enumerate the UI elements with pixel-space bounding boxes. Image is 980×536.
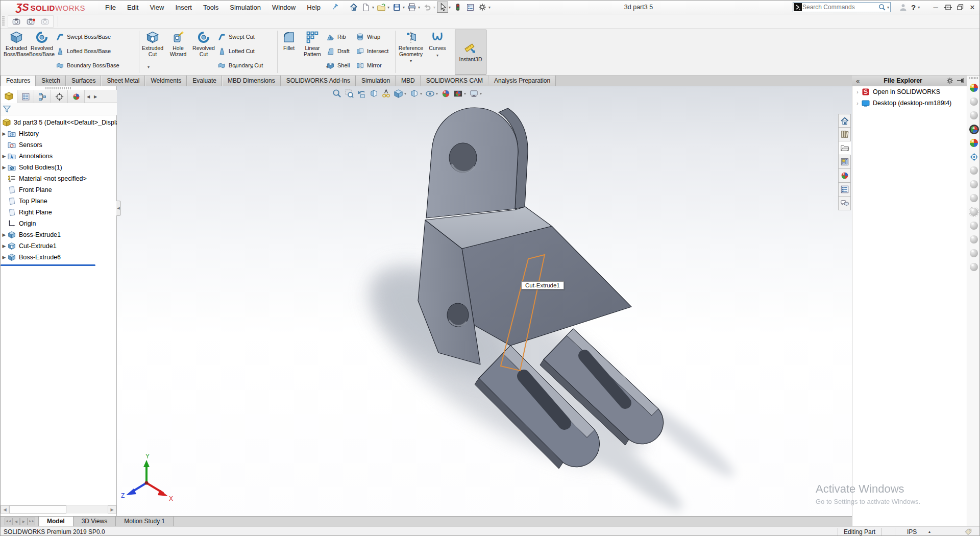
toolbar-grip[interactable] (969, 77, 978, 79)
tree-item-sensors[interactable]: Sensors (1, 139, 117, 151)
tab-scroll-prev-icon[interactable]: ◀ (12, 518, 20, 525)
edit-appearance-icon[interactable] (969, 83, 979, 93)
schedule-render-icon[interactable] (969, 248, 979, 258)
camera-target-icon[interactable] (969, 152, 979, 162)
mirror-column-dropdown-icon[interactable]: ▾ (326, 65, 328, 69)
undo-dropdown-icon[interactable]: ▾ (433, 5, 435, 10)
tab-scroll-left-icon[interactable]: ◀ (85, 90, 92, 103)
revolved-boss-base-button[interactable]: Revolved Boss/Base (29, 30, 55, 74)
open-button[interactable] (376, 2, 387, 13)
annotation-visibility-icon[interactable] (380, 87, 392, 100)
extruded-cut-button[interactable]: Extruded Cut (140, 30, 165, 74)
stretch-button[interactable] (942, 2, 954, 13)
pin-menu-icon[interactable] (329, 2, 340, 13)
tab-features[interactable]: Features (1, 76, 36, 86)
tree-item-boss-extrude6[interactable]: ▶ Boss-Extrude6 (1, 252, 117, 263)
fe-item-desktop[interactable]: › Desktop (desktop-nm189t4) (852, 98, 967, 109)
tab-dimxpertmanager[interactable] (51, 90, 68, 103)
options-button[interactable] (464, 2, 476, 13)
menu-tools[interactable]: Tools (198, 2, 224, 13)
tree-item-boss-extrude1[interactable]: ▶ Boss-Extrude1 (1, 229, 117, 240)
curves-dropdown-icon[interactable]: ▾ (436, 53, 438, 59)
tab-solidworks-cam[interactable]: SOLIDWORKS CAM (421, 76, 488, 86)
tree-item-front-plane[interactable]: Front Plane (1, 184, 117, 196)
undo-button[interactable] (422, 2, 433, 13)
edit-decal-icon[interactable] (969, 138, 979, 148)
boundary-cut-button[interactable]: Boundary Cut (216, 58, 263, 72)
render-region-icon[interactable] (969, 207, 979, 217)
tab-simulation[interactable]: Simulation (356, 76, 396, 86)
expander-icon[interactable]: › (854, 89, 861, 95)
tab-sketch[interactable]: Sketch (36, 76, 66, 86)
restore-button[interactable] (954, 2, 966, 13)
fe-item-open-in-solidworks[interactable]: › Open in SOLIDWORKS (852, 86, 967, 98)
units-selector[interactable]: IPS (907, 528, 917, 535)
tab-evaluate[interactable]: Evaluate (187, 76, 222, 86)
render-options-icon[interactable] (969, 234, 979, 245)
print-dropdown-icon[interactable]: ▾ (418, 5, 420, 10)
tab-configurationmanager[interactable] (34, 90, 51, 103)
draft-button[interactable]: Draft (325, 44, 355, 58)
tree-item-origin[interactable]: Origin (1, 218, 117, 229)
close-button[interactable]: ✕ (966, 2, 978, 13)
units-dropdown-icon[interactable]: ▴ (928, 529, 930, 534)
linear-pattern-button[interactable]: Linear Pattern (300, 30, 325, 74)
wrap-button[interactable]: Wrap (355, 30, 394, 44)
section-view-icon[interactable] (368, 87, 380, 100)
render-sphere-icon[interactable] (969, 193, 979, 203)
tree-item-history[interactable]: ▶ History (1, 128, 117, 139)
tree-item-material[interactable]: Material <not specified> (1, 173, 117, 184)
search-commands-input[interactable] (802, 4, 877, 11)
home-button[interactable] (348, 2, 359, 13)
help-button[interactable]: ? (909, 3, 918, 12)
tab-solidworks-add-ins[interactable]: SOLIDWORKS Add-Ins (281, 76, 356, 86)
menu-window[interactable]: Window (266, 2, 301, 13)
graphics-area[interactable]: Y Z X ▾ ▾ ▾ ▾ ▾ Cut-Extrude1 (117, 86, 852, 516)
menu-insert[interactable]: Insert (169, 2, 198, 13)
copy-appearance-icon[interactable] (969, 96, 979, 107)
open-dropdown-icon[interactable]: ▾ (387, 5, 389, 10)
tree-root[interactable]: 3d part3 5 (Default<<Default>_Displa (1, 117, 117, 128)
render-quality-icon[interactable] (969, 221, 979, 231)
solidworks-forum-icon[interactable] (838, 197, 851, 210)
settings-gear-button[interactable] (477, 2, 488, 13)
tag-icon[interactable] (964, 528, 972, 536)
lofted-boss-base-button[interactable]: Lofted Boss/Base (55, 44, 119, 58)
help-dropdown-icon[interactable]: ▾ (918, 5, 920, 10)
design-library-icon[interactable] (838, 128, 851, 141)
pause-record-button[interactable] (39, 16, 51, 27)
tab-surfaces[interactable]: Surfaces (66, 76, 101, 86)
panel-splitter-handle[interactable]: ◀ (116, 201, 121, 216)
select-dropdown-icon[interactable]: ▾ (449, 5, 451, 10)
tab-scroll-first-icon[interactable]: ⯇⯇ (5, 518, 12, 525)
fillet-button[interactable]: Fillet (278, 30, 300, 74)
apply-scene-icon[interactable] (452, 87, 464, 100)
reference-geometry-dropdown-icon[interactable]: ▾ (410, 58, 412, 64)
new-dropdown-icon[interactable]: ▾ (372, 5, 374, 10)
apply-scene-icon[interactable] (969, 124, 979, 134)
preview-window-icon[interactable] (969, 165, 979, 176)
menu-edit[interactable]: Edit (121, 2, 144, 13)
paste-appearance-icon[interactable] (969, 110, 979, 120)
curves-button[interactable]: Curves▾ (426, 30, 449, 74)
integrated-preview-icon[interactable] (969, 179, 979, 189)
menu-file[interactable]: File (100, 2, 121, 13)
search-commands-box[interactable]: ▾ (793, 2, 891, 12)
view-orientation-dropdown-icon[interactable]: ▾ (404, 91, 406, 96)
lofted-cut-button[interactable]: Lofted Cut (216, 44, 263, 58)
expander-icon[interactable]: ▶ (1, 255, 8, 260)
display-style-icon[interactable] (408, 87, 420, 100)
panel-options-gear-icon[interactable] (946, 77, 953, 84)
cut-column2-dropdown-icon[interactable]: ▾ (251, 65, 253, 69)
scroll-left-icon[interactable]: ◀ (1, 505, 9, 514)
tab-3d-views[interactable]: 3D Views (74, 517, 116, 526)
tab-scroll-right-icon[interactable]: ▶ (92, 90, 99, 103)
tab-model[interactable]: Model (38, 517, 74, 526)
swept-boss-base-button[interactable]: Swept Boss/Base (55, 30, 119, 44)
custom-properties-icon[interactable] (838, 183, 851, 197)
hide-show-items-icon[interactable] (424, 87, 436, 100)
new-document-button[interactable] (360, 2, 372, 13)
rollback-bar[interactable] (1, 264, 95, 266)
tab-propertymanager[interactable] (17, 90, 34, 103)
reference-geometry-button[interactable]: Reference Geometry▾ (396, 30, 426, 74)
